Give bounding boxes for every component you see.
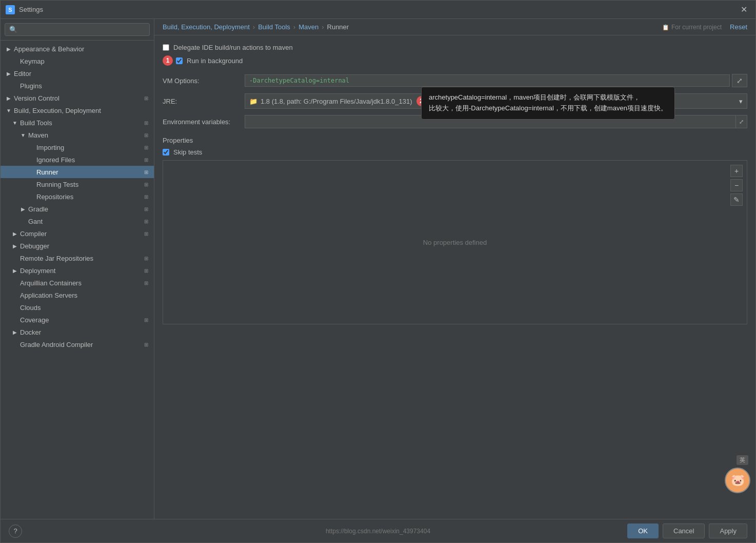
vm-options-label: VM Options:: [163, 77, 245, 85]
env-expand-btn[interactable]: ⤢: [735, 115, 747, 128]
ok-button[interactable]: OK: [627, 523, 659, 538]
sidebar-item-docker[interactable]: ▶ Docker: [1, 326, 154, 338]
run-in-background-row: 1 Run in background: [163, 55, 747, 66]
run-in-background-label: Run in background: [187, 57, 243, 65]
breadcrumb-sep-1: ›: [253, 23, 255, 31]
sidebar-item-label: Gradle: [28, 205, 143, 213]
help-button[interactable]: ?: [9, 525, 22, 538]
breadcrumb-part-3[interactable]: Maven: [299, 23, 319, 31]
sidebar-item-coverage[interactable]: ▶ Coverage ⊞: [1, 314, 154, 326]
delegate-label: Delegate IDE build/run actions to maven: [173, 44, 293, 51]
sidebar-item-build-execution-deployment[interactable]: ▼ Build, Execution, Deployment: [1, 104, 154, 117]
delegate-checkbox[interactable]: [163, 44, 169, 51]
repo-icon: ⊞: [143, 316, 150, 323]
sidebar-item-label: Plugins: [20, 82, 150, 90]
folder-icon: 📁: [249, 98, 257, 105]
for-current-project-label: 📋For current project: [662, 24, 722, 31]
jre-value: 1.8 (1.8, path: G:/Program Files/Java/jd…: [261, 98, 412, 105]
arrow-icon: ▶: [5, 45, 13, 53]
edit-property-button[interactable]: ✎: [730, 193, 743, 206]
app-icon: S: [6, 5, 15, 14]
arrow-icon: ▼: [19, 131, 27, 139]
properties-area: No properties defined + − ✎: [163, 160, 747, 324]
sidebar-item-application-servers[interactable]: ▶ Application Servers: [1, 289, 154, 301]
close-button[interactable]: ✕: [738, 4, 750, 15]
sidebar-item-importing[interactable]: ▶ Importing ⊞: [1, 141, 154, 153]
sidebar-item-label: Running Tests: [36, 181, 143, 188]
arrow-icon: ▶: [11, 266, 19, 275]
run-in-background-checkbox[interactable]: [176, 57, 183, 64]
sidebar-item-gradle-android-compiler[interactable]: ▶ Gradle Android Compiler ⊞: [1, 338, 154, 351]
search-box: [1, 19, 154, 41]
repo-icon: ⊞: [143, 218, 150, 225]
vm-options-row: VM Options: ⤢: [163, 74, 747, 87]
sidebar-item-remote-jar-repositories[interactable]: ▶ Remote Jar Repositories ⊞: [1, 252, 154, 264]
sidebar-item-editor[interactable]: ▶ Editor: [1, 67, 154, 80]
sidebar-item-deployment[interactable]: ▶ Deployment ⊞: [1, 264, 154, 277]
sidebar-item-label: Deployment: [20, 267, 143, 275]
jre-label: JRE:: [163, 98, 245, 105]
sidebar-item-label: Runner: [36, 168, 143, 176]
skip-tests-row: Skip tests: [163, 148, 747, 156]
breadcrumb-bar: Build, Execution, Deployment › Build Too…: [154, 19, 755, 35]
dialog-body: ▶ Appearance & Behavior ▶ Keymap ▶ Edito…: [1, 19, 755, 519]
sidebar: ▶ Appearance & Behavior ▶ Keymap ▶ Edito…: [1, 19, 154, 519]
apply-button[interactable]: Apply: [709, 523, 747, 538]
sidebar-item-clouds[interactable]: ▶ Clouds: [1, 301, 154, 314]
arrow-icon: ▶: [11, 229, 19, 238]
sidebar-item-gant[interactable]: ▶ Gant ⊞: [1, 215, 154, 227]
sidebar-item-build-tools[interactable]: ▼ Build Tools ⊞: [1, 117, 154, 129]
env-vars-label: Environment variables:: [163, 118, 245, 126]
sidebar-item-compiler[interactable]: ▶ Compiler ⊞: [1, 227, 154, 240]
breadcrumb-part-2[interactable]: Build Tools: [258, 23, 290, 31]
cancel-button[interactable]: Cancel: [663, 523, 705, 538]
sidebar-item-plugins[interactable]: ▶ Plugins: [1, 80, 154, 92]
vm-options-expand-btn[interactable]: ⤢: [732, 74, 747, 87]
repo-icon: ⊞: [143, 119, 150, 126]
status-url: https://blog.csdn.net/weixin_43973404: [326, 528, 430, 535]
no-properties-text: No properties defined: [423, 239, 487, 246]
vm-options-input[interactable]: [245, 74, 730, 87]
sidebar-item-gradle[interactable]: ▶ Gradle ⊞: [1, 203, 154, 215]
repo-icon: ⊞: [143, 230, 150, 237]
sidebar-item-maven[interactable]: ▼ Maven ⊞: [1, 129, 154, 141]
sidebar-item-debugger[interactable]: ▶ Debugger: [1, 240, 154, 252]
properties-toolbar: + − ✎: [730, 165, 743, 206]
lang-badge: 英: [737, 455, 748, 465]
sidebar-item-label: Remote Jar Repositories: [20, 255, 143, 262]
sidebar-item-label: Coverage: [20, 316, 143, 324]
skip-tests-checkbox[interactable]: [163, 149, 169, 156]
sidebar-item-repositories[interactable]: ▶ Repositories ⊞: [1, 190, 154, 203]
sidebar-item-label: Gant: [28, 218, 143, 225]
jre-select-inner: 📁 1.8 (1.8, path: G:/Program Files/Java/…: [249, 98, 412, 105]
sidebar-item-ignored-files[interactable]: ▶ Ignored Files ⊞: [1, 153, 154, 166]
sidebar-item-label: Version Control: [14, 94, 143, 102]
repo-icon: ⊞: [143, 205, 150, 212]
skip-tests-label: Skip tests: [173, 148, 202, 156]
sidebar-item-appearance-behavior[interactable]: ▶ Appearance & Behavior: [1, 43, 154, 55]
sidebar-item-label: Debugger: [20, 242, 150, 250]
breadcrumb-part-1[interactable]: Build, Execution, Deployment: [163, 23, 250, 31]
search-input[interactable]: [5, 23, 150, 36]
tooltip-text: archetypeCatalog=internal，maven项目创建时，会联网…: [429, 93, 667, 112]
remove-property-button[interactable]: −: [730, 179, 743, 191]
dialog-title: Settings: [19, 6, 738, 13]
repo-icon: ⊞: [143, 131, 150, 139]
sidebar-item-running-tests[interactable]: ▶ Running Tests ⊞: [1, 178, 154, 190]
badge-1: 1: [163, 55, 173, 66]
chevron-down-icon: ▾: [739, 98, 743, 105]
weixin-avatar: 🐷: [725, 468, 750, 493]
properties-section: Properties Skip tests No properties defi…: [163, 137, 747, 324]
sidebar-item-label: Build, Execution, Deployment: [14, 107, 150, 114]
sidebar-item-keymap[interactable]: ▶ Keymap: [1, 55, 154, 67]
sidebar-item-label: Arquillian Containers: [20, 279, 143, 287]
reset-link[interactable]: Reset: [730, 23, 747, 31]
sidebar-item-label: Keymap: [20, 57, 150, 65]
sidebar-item-arquillian-containers[interactable]: ▶ Arquillian Containers ⊞: [1, 277, 154, 289]
add-property-button[interactable]: +: [730, 165, 743, 177]
properties-label: Properties: [163, 137, 747, 144]
sidebar-item-runner[interactable]: ▶ Runner ⊞: [1, 166, 154, 178]
arrow-icon: ▶: [11, 242, 19, 250]
sidebar-item-label: Repositories: [36, 193, 143, 201]
sidebar-item-version-control[interactable]: ▶ Version Control ⊞: [1, 92, 154, 104]
